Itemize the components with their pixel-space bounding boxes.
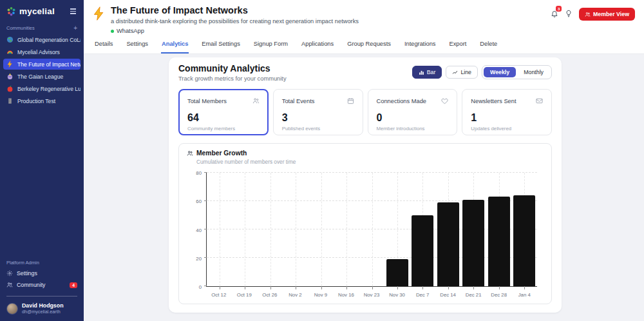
user-name: David Hodgson [22,302,64,309]
x-tick-label: Nov 9 [314,292,327,298]
card-subtitle: Published events [282,126,354,131]
globe-icon [6,36,14,43]
x-tick-label: Oct 19 [237,292,252,298]
tab-integrations[interactable]: Integrations [404,37,437,54]
tab-details[interactable]: Details [94,37,113,54]
platform-admin-label: Platform Admin [0,257,84,268]
statue-icon [6,97,14,104]
y-tick-label: 20 [196,255,202,261]
gear-icon [6,270,13,277]
chart-subtitle: Cumulative number of members over time [196,159,544,165]
x-tick-label: Dec 14 [440,292,456,298]
monthly-button[interactable]: Monthly [517,67,550,77]
bolt-icon [6,61,14,68]
sidebar-item-settings[interactable]: Settings [3,268,80,278]
card-title: Connections Made [377,98,427,104]
period-toggle: Weekly Monthly [482,65,552,79]
app-window: mycelial Communities + Global Regenerati… [0,0,644,321]
card-subtitle: Member introductions [377,126,449,131]
card-subtitle: Community members [187,126,260,131]
rainbow-icon [6,48,14,55]
sidebar-item-label: Mycelial Advisors [17,49,60,55]
sidebar-item-production-test[interactable]: Production Test [3,95,80,106]
add-community-icon[interactable]: + [73,26,77,31]
sidebar-item-community[interactable]: Community 4 [3,280,80,290]
card-value: 64 [187,112,260,124]
sidebar-item-future-of-impact-networks[interactable]: The Future of Impact Networ... [3,59,80,70]
stat-card-total-events[interactable]: Total Events 3 Published events [273,89,363,135]
bar-view-button[interactable]: Bar [412,66,442,79]
sidebar-item-global-regeneration-colab[interactable]: Global Regeneration CoLab [3,34,80,45]
apple-icon [6,85,14,92]
communities-section-label: Communities [6,25,73,31]
sidebar-item-label: Berkeley Regenerative Lunch... [17,86,80,92]
card-value: 1 [471,112,543,124]
analytics-title: Community Analytics [178,63,287,73]
main-area: The Future of Impact Networks a distribu… [84,0,644,321]
member-view-button[interactable]: Member View [579,8,635,21]
user-email: dh@mycelial.earth [22,309,64,315]
sidebar-item-mycelial-advisors[interactable]: Mycelial Advisors [3,46,80,57]
card-title: Total Events [282,98,315,104]
sidebar-item-label: The Future of Impact Networ... [17,61,80,68]
help-button[interactable] [565,8,573,20]
page-title: The Future of Impact Networks [111,5,359,15]
y-tick-label: 40 [196,227,202,233]
stat-card-connections-made[interactable]: Connections Made 0 Member introductions [368,89,458,135]
tab-email-settings[interactable]: Email Settings [201,37,240,54]
y-tick-label: 60 [196,199,202,204]
notifications-button[interactable]: 3 [551,8,558,20]
card-value: 0 [377,112,449,124]
sidebar-item-gaian-league[interactable]: The Gaian League [3,71,80,82]
stat-card-newsletters-sent[interactable]: Newsletters Sent 1 Updates delivered [462,89,552,135]
line-view-button[interactable]: Line [446,66,478,79]
x-tick-label: Nov 2 [289,292,301,298]
app-logo-text: mycelial [19,6,66,16]
growth-members-icon [187,150,193,157]
sidebar: mycelial Communities + Global Regenerati… [0,0,84,321]
y-axis-labels: 020406080 [187,173,204,287]
unicorn-icon [6,73,14,80]
member-growth-chart: 020406080 Oct 12Oct 19Oct 26Nov 2Nov 9No… [187,168,544,300]
lightbulb-icon [565,10,573,17]
sidebar-item-berkeley-regenerative-lunch[interactable]: Berkeley Regenerative Lunch... [3,83,80,94]
online-dot-icon [111,30,114,33]
x-tick-label: Dec 21 [466,292,482,298]
tab-group-requests[interactable]: Group Requests [346,37,392,54]
bar-chart-icon [419,70,424,75]
analytics-panel: Community Analytics Track growth metrics… [169,57,562,313]
sidebar-item-label: Global Regeneration CoLab [17,37,80,43]
user-profile[interactable]: David Hodgson dh@mycelial.earth [0,301,84,316]
heart-icon [441,95,448,107]
tab-settings[interactable]: Settings [126,37,149,54]
community-bolt-icon [93,6,105,21]
x-tick-label: Jan 4 [518,292,531,298]
chart-title: Member Growth [196,150,247,157]
tab-analytics[interactable]: Analytics [161,37,189,54]
analytics-subtitle: Track growth metrics for your community [178,75,287,82]
channel-label: WhatsApp [117,28,144,34]
bar-view-label: Bar [427,69,436,75]
bar-nov-30 [386,259,408,286]
weekly-button[interactable]: Weekly [484,67,516,77]
mail-icon [536,95,543,107]
y-tick-label: 0 [199,284,202,290]
members-icon [252,95,260,107]
x-axis-labels: Oct 12Oct 19Oct 26Nov 2Nov 9Nov 16Nov 23… [206,290,537,298]
content-area: Community Analytics Track growth metrics… [84,54,644,321]
tab-delete[interactable]: Delete [479,37,498,54]
avatar [6,303,18,315]
tab-signup-form[interactable]: Signup Form [253,37,289,54]
stat-card-total-members[interactable]: Total Members 64 Community members [178,89,269,135]
menu-icon[interactable] [69,7,77,15]
notification-count-badge: 3 [556,6,561,12]
card-value: 3 [282,112,354,124]
member-view-label: Member View [593,11,629,17]
card-subtitle: Updates delivered [471,126,543,131]
tab-applications[interactable]: Applications [301,37,334,54]
card-title: Newsletters Sent [471,98,516,104]
people-icon [6,282,13,288]
calendar-icon [347,95,354,107]
line-view-label: Line [460,69,471,75]
tab-export[interactable]: Export [448,37,467,54]
